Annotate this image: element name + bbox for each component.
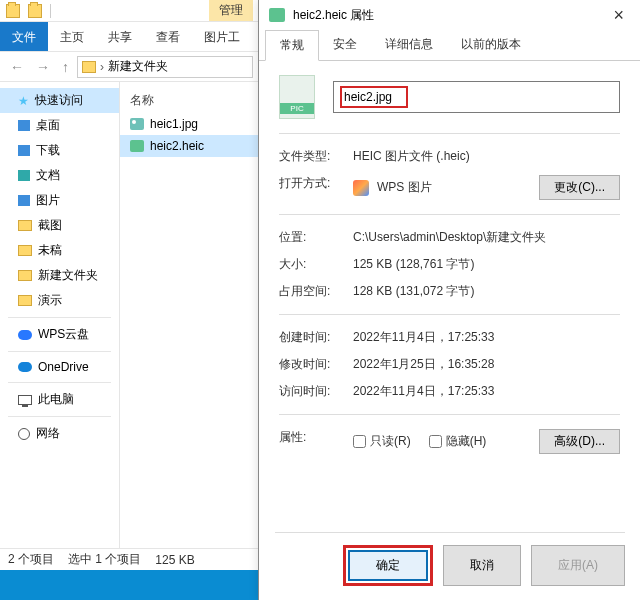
sidebar-demo[interactable]: 演示 [0,288,119,313]
kv-sizedisk: 占用空间:128 KB (131,072 字节) [279,283,620,300]
file-name: heic1.jpg [150,117,198,131]
sidebar-pictures[interactable]: 图片 [0,188,119,213]
chk-label: 只读(R) [370,433,411,450]
download-icon [18,145,30,156]
label: 大小: [279,256,353,273]
dialog-title: heic2.heic 属性 [293,7,607,24]
breadcrumb-text: 新建文件夹 [108,58,168,75]
separator [8,351,111,352]
manage-tab[interactable]: 管理 [209,0,253,21]
tab-details[interactable]: 详细信息 [371,30,447,60]
folder-icon [18,220,32,231]
sidebar-screenshots[interactable]: 截图 [0,213,119,238]
value: 只读(R) 隐藏(H) 高级(D)... [353,429,620,454]
sidebar-label: 桌面 [36,117,60,134]
label: 打开方式: [279,175,353,200]
sidebar-documents[interactable]: 文档 [0,163,119,188]
kv-type: 文件类型:HEIC 图片文件 (.heic) [279,148,620,165]
tab-previous[interactable]: 以前的版本 [447,30,535,60]
value: 2022年11月4日，17:25:33 [353,383,620,400]
sidebar-thispc[interactable]: 此电脑 [0,387,119,412]
separator [8,382,111,383]
ribbon-pictools[interactable]: 图片工 [192,22,252,51]
ribbon: 文件 主页 共享 查看 图片工 [0,22,259,52]
separator [279,314,620,315]
file-list: 名称 heic1.jpg heic2.heic [120,82,259,552]
sidebar-label: 截图 [38,217,62,234]
breadcrumb[interactable]: › 新建文件夹 [77,56,253,78]
sidebar-quick-access[interactable]: ★快速访问 [0,88,119,113]
filename-input[interactable] [344,90,404,104]
sidebar-label: 未稿 [38,242,62,259]
checkbox-input[interactable] [353,435,366,448]
folder-icon [28,4,42,18]
file-row[interactable]: heic1.jpg [120,113,259,135]
sidebar-downloads[interactable]: 下载 [0,138,119,163]
tab-security[interactable]: 安全 [319,30,371,60]
sidebar-network[interactable]: 网络 [0,421,119,446]
value: C:\Users\admin\Desktop\新建文件夹 [353,229,620,246]
sidebar-label: 演示 [38,292,62,309]
folder-icon [18,295,32,306]
sidebar-newfolder[interactable]: 新建文件夹 [0,263,119,288]
label: 占用空间: [279,283,353,300]
separator [279,214,620,215]
ribbon-file[interactable]: 文件 [0,22,48,51]
value: 2022年11月4日，17:25:33 [353,329,620,346]
sidebar-desktop[interactable]: 桌面 [0,113,119,138]
folder-icon [6,4,20,18]
status-size: 125 KB [155,553,194,567]
tab-general[interactable]: 常规 [265,30,319,61]
image-icon [130,118,144,130]
sidebar-wpscloud[interactable]: WPS云盘 [0,322,119,347]
advanced-button[interactable]: 高级(D)... [539,429,620,454]
cloud-icon [18,362,32,372]
explorer-body: ★快速访问 桌面 下载 文档 图片 截图 未稿 新建文件夹 演示 WPS云盘 O… [0,82,259,552]
label: 属性: [279,429,353,454]
file-name: heic2.heic [150,139,204,153]
file-big-icon [279,75,315,119]
kv-location: 位置:C:\Users\admin\Desktop\新建文件夹 [279,229,620,246]
nav-up-icon[interactable]: ↑ [58,59,73,75]
status-selected: 选中 1 个项目 [68,551,141,568]
chevron-right-icon: › [100,60,104,74]
close-icon[interactable]: × [607,5,630,26]
properties-dialog: heic2.heic 属性 × 常规 安全 详细信息 以前的版本 文件类型:HE… [258,0,640,600]
checkbox-input[interactable] [429,435,442,448]
tab-strip: 常规 安全 详细信息 以前的版本 [259,30,640,61]
sidebar-label: OneDrive [38,360,89,374]
value: 128 KB (131,072 字节) [353,283,620,300]
label: 创建时间: [279,329,353,346]
apply-button[interactable]: 应用(A) [531,545,625,586]
highlight-box [340,86,408,108]
label: 访问时间: [279,383,353,400]
sidebar-drafts[interactable]: 未稿 [0,238,119,263]
ribbon-share[interactable]: 共享 [96,22,144,51]
separator [279,414,620,415]
computer-icon [18,395,32,405]
cancel-button[interactable]: 取消 [443,545,521,586]
ok-button[interactable]: 确定 [348,550,428,581]
readonly-checkbox[interactable]: 只读(R) [353,433,411,450]
value: 2022年1月25日，16:35:28 [353,356,620,373]
ribbon-view[interactable]: 查看 [144,22,192,51]
desktop-icon [18,120,30,131]
wps-icon [353,180,369,196]
label: 修改时间: [279,356,353,373]
label: 文件类型: [279,148,353,165]
kv-size: 大小:125 KB (128,761 字节) [279,256,620,273]
nav-back-icon[interactable]: ← [6,59,28,75]
file-row[interactable]: heic2.heic [120,135,259,157]
ribbon-home[interactable]: 主页 [48,22,96,51]
change-button[interactable]: 更改(C)... [539,175,620,200]
status-count: 2 个项目 [8,551,54,568]
kv-created: 创建时间:2022年11月4日，17:25:33 [279,329,620,346]
label: 位置: [279,229,353,246]
explorer-window: 管理 文件 主页 共享 查看 图片工 ← → ↑ › 新建文件夹 ★快速访问 桌… [0,0,260,600]
sidebar-onedrive[interactable]: OneDrive [0,356,119,378]
explorer-titlebar: 管理 [0,0,259,22]
separator [8,416,111,417]
nav-fwd-icon[interactable]: → [32,59,54,75]
hidden-checkbox[interactable]: 隐藏(H) [429,433,487,450]
column-header-name[interactable]: 名称 [120,88,259,113]
